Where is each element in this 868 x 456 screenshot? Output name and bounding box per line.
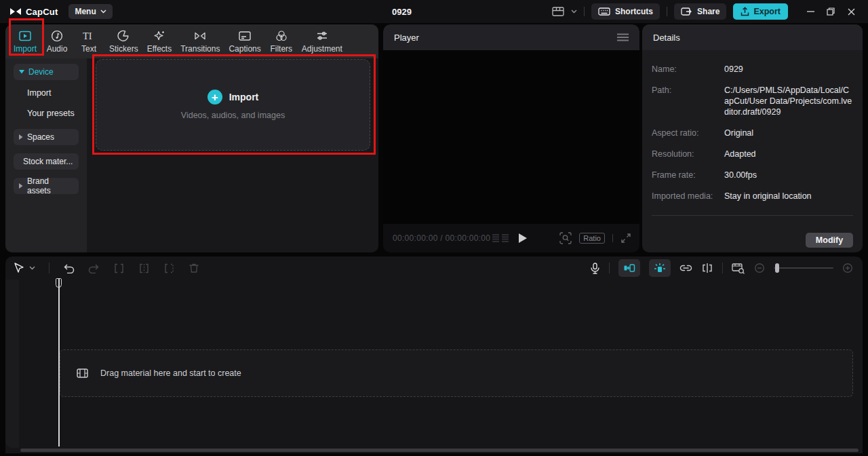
tab-label: Effects <box>147 44 172 54</box>
triangle-down-icon <box>19 70 24 74</box>
export-button[interactable]: Export <box>733 3 788 20</box>
detail-row-imported-media: Imported media: Stay in original locatio… <box>652 191 853 202</box>
tab-transitions[interactable]: Transitions <box>180 30 220 54</box>
film-icon <box>77 368 88 378</box>
sidebar-item-device[interactable]: Device <box>14 64 79 80</box>
details-body: Name: 0929 Path: C:/Users/PMLS/AppData/L… <box>642 50 863 216</box>
timeline-drop-hint: Drag material here and start to create <box>100 368 241 378</box>
sidebar-item-label: Spaces <box>27 132 54 142</box>
timeline-toolbar-right <box>590 256 853 280</box>
timeline-toolbar-left <box>14 263 199 273</box>
auto-snap-button[interactable] <box>618 259 640 277</box>
adjustment-sliders-icon <box>316 30 328 42</box>
zoom-out-icon[interactable] <box>754 263 765 273</box>
sidebar-item-brand-assets[interactable]: Brand assets <box>14 178 79 194</box>
zoom-slider-track <box>774 267 833 269</box>
link-materials-button[interactable] <box>679 263 692 273</box>
tab-filters[interactable]: Filters <box>270 30 293 54</box>
detail-value: Original <box>724 128 853 138</box>
redo-button[interactable] <box>88 263 100 273</box>
player-title: Player <box>394 33 419 43</box>
player-controls: 00:00:00:00 / 00:00:00:00 Ratio <box>383 224 639 252</box>
timeline-body: Drag material here and start to create <box>5 280 863 453</box>
layout-panels-icon[interactable] <box>552 7 564 16</box>
horizontal-scrollbar[interactable] <box>20 449 859 452</box>
detail-row-aspect-ratio: Aspect ratio: Original <box>652 128 853 138</box>
split-button[interactable] <box>138 263 150 273</box>
frame-preview-icon[interactable] <box>492 233 509 243</box>
menu-button[interactable]: Menu <box>68 4 112 19</box>
media-tabstrip: Import Audio TI Text Stickers <box>5 24 378 58</box>
triangle-right-icon <box>19 183 23 189</box>
tab-captions[interactable]: Captions <box>229 30 260 54</box>
layout-chevron-down-icon[interactable] <box>571 10 577 14</box>
menu-label: Menu <box>75 7 96 16</box>
mirror-split-button[interactable] <box>701 263 713 273</box>
text-icon: TI <box>82 30 96 42</box>
sidebar-item-your-presets[interactable]: Your presets <box>27 109 87 118</box>
details-panel: Details Name: 0929 Path: C:/Users/PMLS/A… <box>642 24 863 252</box>
split-right-button[interactable] <box>163 263 175 273</box>
topbar: CapCut Menu 0929 Shortcuts <box>0 0 868 23</box>
split-left-button[interactable] <box>113 263 125 273</box>
toolbar-divider <box>722 263 723 273</box>
close-button[interactable] <box>841 0 861 23</box>
detail-value: Stay in original location <box>724 191 853 202</box>
select-cursor-button[interactable] <box>14 263 35 273</box>
detail-label: Aspect ratio: <box>652 128 724 138</box>
timecode: 00:00:00:00 / 00:00:00:00 <box>393 224 490 252</box>
delete-button[interactable] <box>189 263 199 273</box>
tab-audio[interactable]: Audio <box>45 30 68 54</box>
filters-icon <box>275 30 288 42</box>
import-dropzone[interactable]: + Import Videos, audios, and images <box>96 59 370 151</box>
chevron-down-icon <box>100 10 106 14</box>
minimize-button[interactable] <box>800 0 821 23</box>
import-media-icon <box>19 30 31 42</box>
topbar-divider <box>667 7 667 16</box>
panel-menu-icon[interactable] <box>617 33 629 41</box>
tab-adjustment[interactable]: Adjustment <box>302 30 342 54</box>
detail-row-name: Name: 0929 <box>652 64 853 75</box>
player-header: Player <box>383 24 639 50</box>
logo-text: CapCut <box>26 7 58 17</box>
tab-import[interactable]: Import <box>14 30 37 54</box>
svg-text:TI: TI <box>83 31 92 41</box>
capcut-logo-icon <box>9 7 22 16</box>
sidebar-item-label: Device <box>28 67 54 77</box>
detail-label: Path: <box>652 85 724 117</box>
share-button[interactable]: Share <box>674 3 726 20</box>
tab-text[interactable]: TI Text <box>77 30 100 54</box>
dropzone-subtitle: Videos, audios, and images <box>181 111 285 120</box>
play-button[interactable] <box>519 233 527 243</box>
dropzone-title: Import <box>229 92 259 102</box>
media-sidebar: Device Import Your presets Spaces Stock … <box>5 58 87 252</box>
sidebar-item-spaces[interactable]: Spaces <box>14 129 79 145</box>
detail-label: Imported media: <box>652 191 724 202</box>
player-panel: Player 00:00:00:00 / 00:00:00:00 Ratio <box>383 24 639 252</box>
fullscreen-icon[interactable] <box>620 233 631 244</box>
tab-label: Audio <box>47 44 68 54</box>
controls-divider <box>612 234 613 242</box>
undo-button[interactable] <box>63 263 75 273</box>
sidebar-item-label: Stock mater... <box>23 157 73 166</box>
share-label: Share <box>697 7 719 16</box>
magnetic-main-track-button[interactable] <box>649 259 671 277</box>
timeline-drop-track[interactable]: Drag material here and start to create <box>60 349 853 397</box>
ratio-button[interactable]: Ratio <box>579 233 605 244</box>
modify-button[interactable]: Modify <box>806 233 853 248</box>
shortcuts-button[interactable]: Shortcuts <box>591 3 660 20</box>
tab-effects[interactable]: Effects <box>147 30 172 54</box>
tab-stickers[interactable]: Stickers <box>109 30 138 54</box>
sidebar-item-import[interactable]: Import <box>27 88 87 98</box>
zoom-in-icon[interactable] <box>842 263 853 273</box>
audio-icon <box>51 30 63 42</box>
timeline-zoom-slider[interactable] <box>774 263 833 273</box>
export-upload-icon <box>741 7 749 16</box>
preview-axis-button[interactable] <box>732 263 745 274</box>
restore-button[interactable] <box>821 0 841 23</box>
zoom-slider-handle[interactable] <box>775 263 779 273</box>
preview-zoom-icon[interactable] <box>559 232 572 244</box>
tab-label: Filters <box>270 44 292 54</box>
sidebar-item-stock-material[interactable]: Stock mater... <box>14 153 79 170</box>
record-voiceover-button[interactable] <box>590 263 600 274</box>
